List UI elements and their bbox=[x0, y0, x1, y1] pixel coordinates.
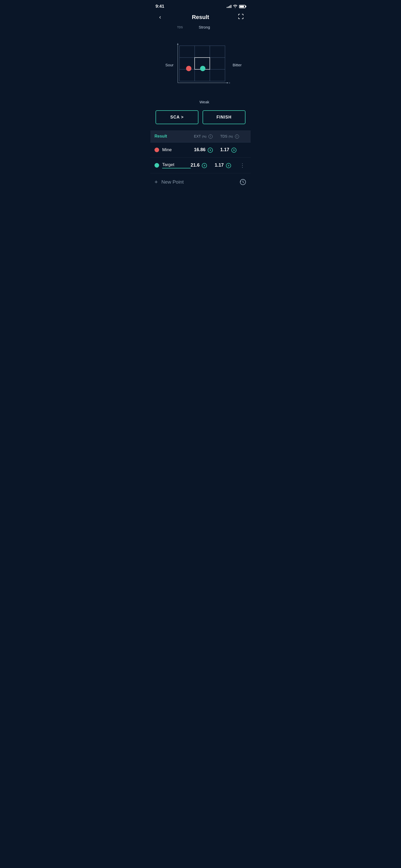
mine-result-cell: Mine bbox=[154, 147, 194, 152]
svg-point-12 bbox=[200, 66, 205, 71]
history-icon[interactable] bbox=[239, 179, 247, 186]
table-header: Result EXT (%) i TDS (%) i bbox=[150, 130, 251, 143]
ext-column-header: EXT (%) i bbox=[194, 134, 220, 138]
target-tds-chevron[interactable] bbox=[226, 163, 231, 168]
chart-svg: EXT bbox=[176, 31, 230, 98]
svg-point-11 bbox=[186, 66, 191, 71]
finish-button[interactable]: FINISH bbox=[203, 110, 245, 124]
mine-ext-value: 16.86 bbox=[194, 147, 205, 152]
new-point-row[interactable]: + New Point bbox=[150, 173, 251, 191]
results-table: Result EXT (%) i TDS (%) i Mine 16.86 bbox=[150, 130, 251, 191]
signal-icon bbox=[227, 5, 232, 8]
table-row: Mine 16.86 1.17 bbox=[150, 143, 251, 158]
svg-text:EXT: EXT bbox=[229, 82, 230, 84]
mine-dot bbox=[154, 148, 159, 152]
target-label: Target bbox=[162, 162, 191, 168]
mine-tds-cell: 1.17 bbox=[220, 147, 247, 153]
status-time: 9:41 bbox=[156, 4, 164, 9]
mine-tds-value: 1.17 bbox=[220, 147, 229, 152]
chart-section: Strong Sour TDS EXT bbox=[150, 25, 251, 104]
sca-button[interactable]: SCA > bbox=[156, 110, 198, 124]
chart-label-weak: Weak bbox=[156, 100, 245, 104]
tds-info-icon[interactable]: i bbox=[235, 134, 239, 138]
ext-info-icon[interactable]: i bbox=[209, 134, 213, 138]
bitter-label: Bitter bbox=[230, 63, 245, 67]
status-icons bbox=[227, 4, 245, 9]
back-button[interactable]: ‹ bbox=[156, 14, 165, 21]
target-tds-value: 1.17 bbox=[215, 162, 224, 167]
status-bar: 9:41 bbox=[150, 0, 251, 11]
chart-label-strong: Strong bbox=[156, 25, 245, 29]
target-ext-cell: 21.6 bbox=[191, 162, 215, 168]
sour-label: Sour bbox=[156, 63, 176, 67]
mine-ext-chevron[interactable] bbox=[208, 148, 213, 153]
header: ‹ Result bbox=[150, 11, 251, 25]
new-point-left: + New Point bbox=[154, 179, 184, 185]
table-row: Target 21.6 1.17 ⋮ bbox=[150, 158, 251, 173]
target-actions-cell: ⋮ bbox=[239, 162, 247, 168]
target-ext-chevron[interactable] bbox=[202, 163, 207, 168]
page-title: Result bbox=[192, 14, 209, 21]
mine-tds-chevron[interactable] bbox=[232, 148, 237, 153]
new-point-label: New Point bbox=[161, 179, 184, 185]
target-dot bbox=[154, 163, 159, 167]
target-ext-value: 21.6 bbox=[191, 162, 200, 167]
mine-label: Mine bbox=[162, 147, 194, 152]
more-options-icon[interactable]: ⋮ bbox=[239, 162, 246, 168]
result-column-header: Result bbox=[154, 134, 194, 138]
tds-axis-label: TDS bbox=[177, 26, 183, 29]
battery-icon bbox=[239, 5, 245, 8]
svg-marker-1 bbox=[177, 43, 178, 45]
wifi-icon bbox=[233, 4, 238, 9]
tds-column-header: TDS (%) i bbox=[220, 134, 247, 138]
target-tds-cell: 1.17 bbox=[215, 162, 239, 168]
buttons-row: SCA > FINISH bbox=[150, 104, 251, 129]
target-result-cell: Target bbox=[154, 162, 191, 168]
expand-button[interactable] bbox=[236, 13, 245, 21]
svg-marker-3 bbox=[227, 82, 229, 84]
mine-ext-cell: 16.86 bbox=[194, 147, 220, 153]
plus-icon: + bbox=[154, 179, 158, 185]
svg-rect-5 bbox=[179, 46, 225, 81]
